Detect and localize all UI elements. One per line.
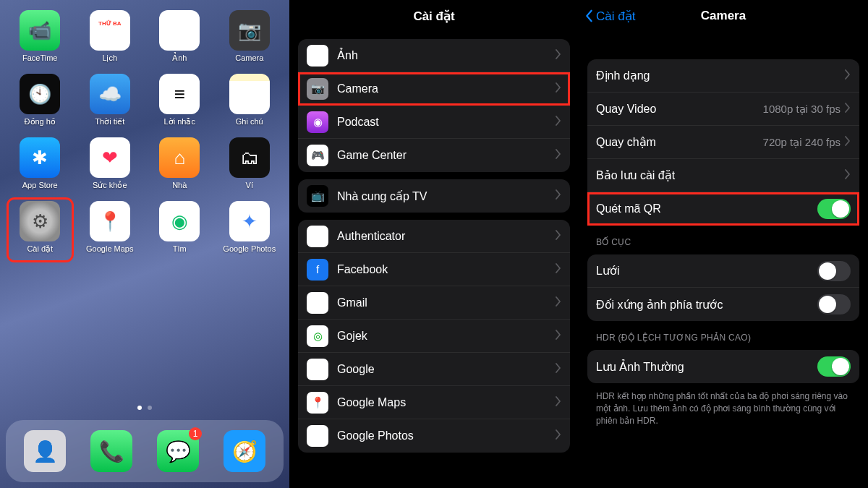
settings-row-camera[interactable]: 📷Camera [298, 72, 570, 106]
chevron-right-icon [556, 396, 561, 409]
chevron-right-icon [556, 82, 561, 95]
gmail-icon: M [307, 292, 328, 314]
app-googlemaps[interactable]: 📍Google Maps [77, 198, 143, 262]
settings-row-googlemaps[interactable]: 📍Google Maps [298, 386, 570, 419]
app-label: Nhà [172, 181, 187, 189]
settings-row-gamecenter[interactable]: 🎮Game Center [298, 139, 570, 172]
toggle-keep-normal[interactable] [817, 356, 851, 377]
navbar: Cài đặt Camera [579, 0, 868, 32]
app-camera[interactable]: 📷Camera [217, 7, 283, 71]
clock-icon: 🕙 [20, 74, 60, 114]
app-label: Google Maps [86, 244, 133, 253]
app-notes[interactable]: Ghi chú [217, 71, 283, 134]
chevron-right-icon [556, 149, 561, 162]
camera-row-preserve[interactable]: Bảo lưu cài đặt [587, 159, 859, 192]
googlemaps-icon: 📍 [307, 392, 328, 414]
app-facetime[interactable]: 📹FaceTime [7, 7, 73, 71]
row-label: Facebook [337, 263, 556, 276]
dock-safari[interactable]: 🧭 [224, 430, 265, 472]
app-health[interactable]: ❤Sức khỏe [77, 134, 143, 198]
app-label: Ghi chú [236, 117, 263, 126]
dock-messages[interactable]: 💬1 [157, 430, 199, 472]
appstore-icon: ✱ [20, 137, 60, 178]
row-label: Camera [337, 82, 556, 95]
googlemaps-icon: 📍 [90, 201, 130, 241]
settings-row-photos[interactable]: ❋Ảnh [298, 39, 570, 72]
camera-icon: 📷 [229, 10, 270, 51]
row-label: Định dạng [596, 69, 845, 82]
chevron-right-icon [845, 169, 851, 182]
health-icon: ❤ [90, 137, 130, 178]
app-photos[interactable]: ❋Ảnh [147, 7, 213, 71]
settings-row-google[interactable]: GGoogle [298, 353, 570, 386]
page-indicator[interactable] [0, 406, 289, 410]
googlephotos-icon: ✦ [229, 201, 270, 241]
notes-icon [229, 74, 270, 114]
settings-row-podcast[interactable]: ◉Podcast [298, 106, 570, 139]
googlephotos-icon: ✦ [307, 425, 328, 447]
toggle-scan-qr[interactable] [817, 199, 851, 219]
camera-row-format[interactable]: Định dạng [587, 59, 859, 93]
camera-group-main: Định dạngQuay Video1080p tại 30 fpsQuay … [587, 59, 859, 226]
app-label: Thời tiết [95, 117, 124, 127]
camera-icon: 📷 [307, 78, 328, 100]
camera-settings-screen: Cài đặt Camera Định dạngQuay Video1080p … [579, 0, 868, 488]
dock-contacts[interactable]: 👤 [24, 430, 66, 472]
app-calendar[interactable]: THỨ BA16Lịch [77, 7, 143, 71]
badge: 1 [189, 427, 202, 440]
app-label: App Store [22, 181, 58, 189]
camera-row-mirror-front[interactable]: Đối xứng ảnh phía trước [587, 288, 859, 321]
app-label: Sức khỏe [93, 181, 127, 190]
settings-row-googlephotos[interactable]: ✦Google Photos [298, 419, 570, 453]
settings-row-tvprovider[interactable]: 📺Nhà cung cấp TV [298, 179, 570, 213]
reminders-icon: ≡ [159, 74, 200, 114]
dock-phone[interactable]: 📞 [90, 430, 132, 472]
camera-row-slo-mo[interactable]: Quay chậm720p tại 240 fps [587, 126, 859, 159]
toggle-grid[interactable] [817, 261, 851, 281]
back-button[interactable]: Cài đặt [584, 9, 635, 24]
row-value: 1080p tại 30 fps [763, 103, 841, 116]
settings-row-gojek[interactable]: ◎Gojek [298, 320, 570, 353]
app-clock[interactable]: 🕙Đồng hồ [7, 71, 73, 134]
camera-row-scan-qr[interactable]: Quét mã QR [587, 192, 859, 226]
app-grid: 📹FaceTimeTHỨ BA16Lịch❋Ảnh📷Camera🕙Đồng hồ… [0, 0, 289, 262]
app-appstore[interactable]: ✱App Store [7, 134, 73, 198]
settings-row-authenticator[interactable]: ✳Authenticator [298, 220, 570, 253]
app-findmy[interactable]: ◉Tìm [147, 198, 213, 262]
app-label: Tìm [173, 244, 187, 253]
chevron-right-icon [845, 69, 851, 82]
app-weather[interactable]: ☁️Thời tiết [77, 71, 143, 134]
row-label: Game Center [337, 149, 556, 162]
navbar: Cài đặt [289, 0, 579, 32]
section-header-hdr: HDR (ĐỘ LỆCH TƯƠNG PHẢN CAO) [596, 333, 851, 343]
settings-group-tv: 📺Nhà cung cấp TV [298, 179, 570, 213]
camera-row-grid[interactable]: Lưới [587, 254, 859, 288]
chevron-left-icon [584, 9, 593, 22]
findmy-icon: ◉ [159, 201, 200, 241]
nav-title: Camera [701, 9, 746, 23]
settings-row-gmail[interactable]: MGmail [298, 286, 570, 320]
app-wallet[interactable]: 🗂Ví [217, 134, 283, 198]
app-googlephotos[interactable]: ✦Google Photos [217, 198, 283, 262]
chevron-right-icon [845, 103, 851, 116]
nav-title: Cài đặt [413, 9, 454, 24]
toggle-mirror-front[interactable] [817, 294, 851, 314]
row-label: Quét mã QR [596, 202, 817, 215]
app-settings[interactable]: ⚙Cài đặt [7, 198, 73, 262]
camera-group-layout: LướiĐối xứng ảnh phía trước [587, 254, 859, 321]
camera-row-record-video[interactable]: Quay Video1080p tại 30 fps [587, 93, 859, 126]
app-label: Lịch [102, 53, 117, 63]
facetime-icon: 📹 [20, 10, 60, 51]
camera-row-keep-normal[interactable]: Lưu Ảnh Thường [587, 350, 859, 383]
row-label: Bảo lưu cài đặt [596, 168, 845, 182]
wallet-icon: 🗂 [229, 137, 270, 178]
podcast-icon: ◉ [307, 111, 328, 133]
app-home[interactable]: ⌂Nhà [147, 134, 213, 198]
settings-row-facebook[interactable]: fFacebook [298, 253, 570, 286]
settings-icon: ⚙ [20, 201, 60, 241]
chevron-right-icon [556, 116, 561, 129]
app-reminders[interactable]: ≡Lời nhắc [147, 71, 213, 134]
tvprovider-icon: 📺 [307, 185, 328, 207]
weather-icon: ☁️ [90, 74, 130, 114]
facebook-icon: f [307, 259, 328, 281]
